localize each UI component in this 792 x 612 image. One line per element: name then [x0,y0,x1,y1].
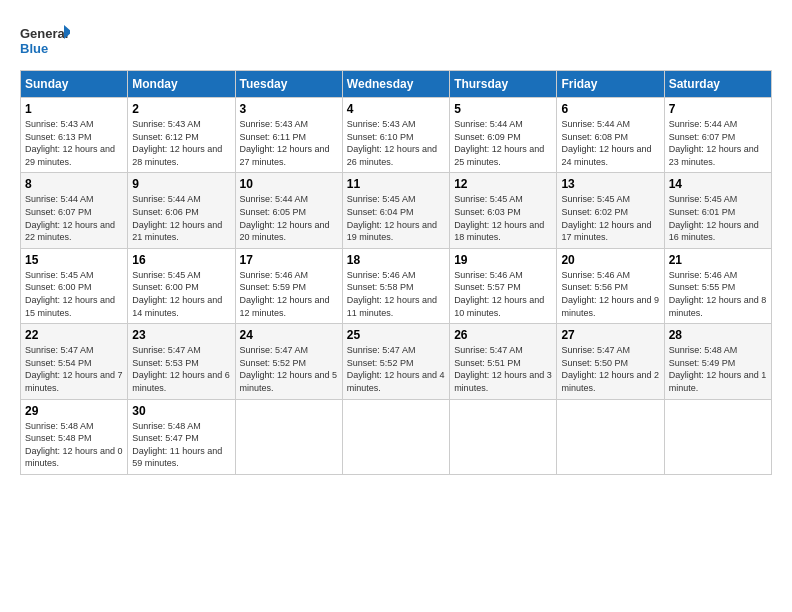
day-number: 27 [561,328,659,342]
day-number: 30 [132,404,230,418]
calendar-cell: 7 Sunrise: 5:44 AMSunset: 6:07 PMDayligh… [664,98,771,173]
svg-text:Blue: Blue [20,41,48,56]
day-number: 9 [132,177,230,191]
calendar-cell: 17 Sunrise: 5:46 AMSunset: 5:59 PMDaylig… [235,248,342,323]
calendar-cell [235,399,342,474]
column-header-thursday: Thursday [450,71,557,98]
calendar-cell: 13 Sunrise: 5:45 AMSunset: 6:02 PMDaylig… [557,173,664,248]
day-detail: Sunrise: 5:44 AMSunset: 6:07 PMDaylight:… [669,119,759,167]
day-detail: Sunrise: 5:48 AMSunset: 5:48 PMDaylight:… [25,421,123,469]
logo: General Blue [20,20,70,60]
calendar-cell: 12 Sunrise: 5:45 AMSunset: 6:03 PMDaylig… [450,173,557,248]
day-detail: Sunrise: 5:48 AMSunset: 5:49 PMDaylight:… [669,345,767,393]
day-number: 7 [669,102,767,116]
day-detail: Sunrise: 5:46 AMSunset: 5:58 PMDaylight:… [347,270,437,318]
day-number: 6 [561,102,659,116]
calendar-cell [557,399,664,474]
calendar-cell: 20 Sunrise: 5:46 AMSunset: 5:56 PMDaylig… [557,248,664,323]
calendar-cell: 10 Sunrise: 5:44 AMSunset: 6:05 PMDaylig… [235,173,342,248]
day-detail: Sunrise: 5:44 AMSunset: 6:06 PMDaylight:… [132,194,222,242]
day-number: 18 [347,253,445,267]
day-detail: Sunrise: 5:47 AMSunset: 5:52 PMDaylight:… [240,345,338,393]
day-detail: Sunrise: 5:46 AMSunset: 5:57 PMDaylight:… [454,270,544,318]
day-number: 11 [347,177,445,191]
calendar-cell: 26 Sunrise: 5:47 AMSunset: 5:51 PMDaylig… [450,324,557,399]
day-number: 15 [25,253,123,267]
day-number: 20 [561,253,659,267]
day-detail: Sunrise: 5:47 AMSunset: 5:51 PMDaylight:… [454,345,552,393]
day-number: 21 [669,253,767,267]
calendar-cell: 23 Sunrise: 5:47 AMSunset: 5:53 PMDaylig… [128,324,235,399]
calendar-cell: 28 Sunrise: 5:48 AMSunset: 5:49 PMDaylig… [664,324,771,399]
day-number: 26 [454,328,552,342]
calendar-cell: 27 Sunrise: 5:47 AMSunset: 5:50 PMDaylig… [557,324,664,399]
calendar-cell: 6 Sunrise: 5:44 AMSunset: 6:08 PMDayligh… [557,98,664,173]
day-detail: Sunrise: 5:44 AMSunset: 6:07 PMDaylight:… [25,194,115,242]
calendar-cell: 21 Sunrise: 5:46 AMSunset: 5:55 PMDaylig… [664,248,771,323]
column-header-friday: Friday [557,71,664,98]
day-detail: Sunrise: 5:45 AMSunset: 6:03 PMDaylight:… [454,194,544,242]
day-detail: Sunrise: 5:47 AMSunset: 5:53 PMDaylight:… [132,345,230,393]
day-detail: Sunrise: 5:43 AMSunset: 6:12 PMDaylight:… [132,119,222,167]
day-number: 13 [561,177,659,191]
calendar-cell: 3 Sunrise: 5:43 AMSunset: 6:11 PMDayligh… [235,98,342,173]
calendar-cell: 5 Sunrise: 5:44 AMSunset: 6:09 PMDayligh… [450,98,557,173]
column-header-saturday: Saturday [664,71,771,98]
day-detail: Sunrise: 5:43 AMSunset: 6:13 PMDaylight:… [25,119,115,167]
day-number: 28 [669,328,767,342]
day-detail: Sunrise: 5:45 AMSunset: 6:01 PMDaylight:… [669,194,759,242]
calendar-table: SundayMondayTuesdayWednesdayThursdayFrid… [20,70,772,475]
day-detail: Sunrise: 5:44 AMSunset: 6:08 PMDaylight:… [561,119,651,167]
calendar-cell [450,399,557,474]
column-header-sunday: Sunday [21,71,128,98]
day-number: 12 [454,177,552,191]
day-number: 29 [25,404,123,418]
day-number: 25 [347,328,445,342]
day-number: 19 [454,253,552,267]
calendar-cell: 19 Sunrise: 5:46 AMSunset: 5:57 PMDaylig… [450,248,557,323]
day-number: 4 [347,102,445,116]
day-detail: Sunrise: 5:43 AMSunset: 6:11 PMDaylight:… [240,119,330,167]
calendar-week-row: 8 Sunrise: 5:44 AMSunset: 6:07 PMDayligh… [21,173,772,248]
day-number: 16 [132,253,230,267]
day-number: 23 [132,328,230,342]
calendar-cell: 1 Sunrise: 5:43 AMSunset: 6:13 PMDayligh… [21,98,128,173]
calendar-week-row: 22 Sunrise: 5:47 AMSunset: 5:54 PMDaylig… [21,324,772,399]
column-header-tuesday: Tuesday [235,71,342,98]
day-detail: Sunrise: 5:45 AMSunset: 6:00 PMDaylight:… [132,270,222,318]
day-detail: Sunrise: 5:48 AMSunset: 5:47 PMDaylight:… [132,421,222,469]
day-detail: Sunrise: 5:47 AMSunset: 5:52 PMDaylight:… [347,345,445,393]
day-number: 22 [25,328,123,342]
day-number: 3 [240,102,338,116]
calendar-cell [342,399,449,474]
day-number: 17 [240,253,338,267]
day-detail: Sunrise: 5:43 AMSunset: 6:10 PMDaylight:… [347,119,437,167]
calendar-header-row: SundayMondayTuesdayWednesdayThursdayFrid… [21,71,772,98]
calendar-cell [664,399,771,474]
day-detail: Sunrise: 5:45 AMSunset: 6:04 PMDaylight:… [347,194,437,242]
logo-svg: General Blue [20,20,70,60]
calendar-week-row: 1 Sunrise: 5:43 AMSunset: 6:13 PMDayligh… [21,98,772,173]
day-detail: Sunrise: 5:47 AMSunset: 5:54 PMDaylight:… [25,345,123,393]
calendar-cell: 8 Sunrise: 5:44 AMSunset: 6:07 PMDayligh… [21,173,128,248]
header: General Blue [20,20,772,60]
day-number: 10 [240,177,338,191]
column-header-monday: Monday [128,71,235,98]
day-detail: Sunrise: 5:46 AMSunset: 5:59 PMDaylight:… [240,270,330,318]
day-number: 24 [240,328,338,342]
calendar-cell: 18 Sunrise: 5:46 AMSunset: 5:58 PMDaylig… [342,248,449,323]
calendar-cell: 9 Sunrise: 5:44 AMSunset: 6:06 PMDayligh… [128,173,235,248]
calendar-week-row: 15 Sunrise: 5:45 AMSunset: 6:00 PMDaylig… [21,248,772,323]
day-detail: Sunrise: 5:46 AMSunset: 5:55 PMDaylight:… [669,270,767,318]
calendar-cell: 30 Sunrise: 5:48 AMSunset: 5:47 PMDaylig… [128,399,235,474]
day-number: 8 [25,177,123,191]
calendar-cell: 22 Sunrise: 5:47 AMSunset: 5:54 PMDaylig… [21,324,128,399]
calendar-cell: 16 Sunrise: 5:45 AMSunset: 6:00 PMDaylig… [128,248,235,323]
calendar-cell: 24 Sunrise: 5:47 AMSunset: 5:52 PMDaylig… [235,324,342,399]
day-detail: Sunrise: 5:46 AMSunset: 5:56 PMDaylight:… [561,270,659,318]
svg-text:General: General [20,26,68,41]
day-number: 5 [454,102,552,116]
day-detail: Sunrise: 5:47 AMSunset: 5:50 PMDaylight:… [561,345,659,393]
calendar-cell: 15 Sunrise: 5:45 AMSunset: 6:00 PMDaylig… [21,248,128,323]
day-detail: Sunrise: 5:44 AMSunset: 6:05 PMDaylight:… [240,194,330,242]
